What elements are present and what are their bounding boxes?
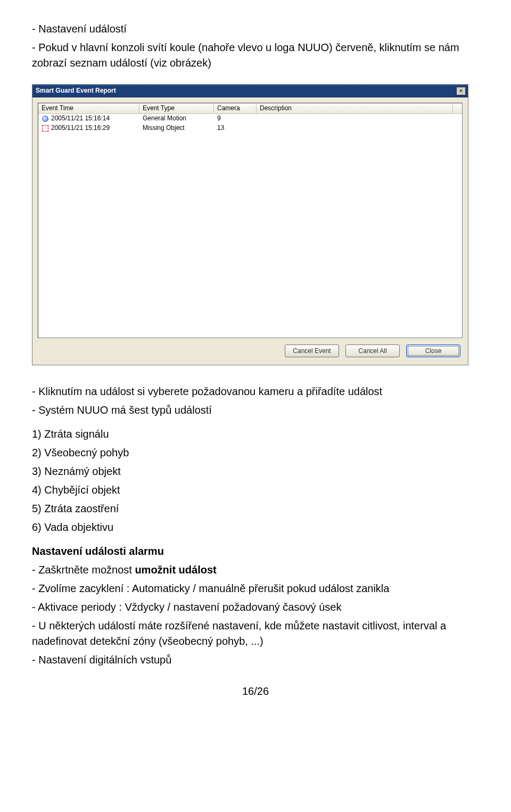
cell-type: General Motion (139, 114, 214, 123)
cancel-all-button[interactable]: Cancel All (345, 345, 400, 357)
cell-camera: 9 (214, 114, 257, 123)
cell-camera: 13 (214, 124, 257, 133)
list-item: 5) Ztráta zaostření (32, 501, 479, 516)
motion-icon (42, 115, 49, 122)
window-body: Event Time Event Type Camera Description… (32, 97, 468, 365)
table-row[interactable]: 2005/11/21 15:16:14 General Motion 9 (38, 114, 462, 124)
intro-line1: - Nastavení událostí (32, 21, 479, 37)
table-row[interactable]: 2005/11/21 15:16:29 Missing Object 13 (38, 124, 462, 133)
list-item: 2) Všeobecný pohyb (32, 445, 479, 461)
bullet-enable-prefix: - Zaškrtněte možnost (32, 564, 135, 576)
list-item: 1) Ztráta signálu (32, 426, 479, 442)
bullet-loop: - Zvolíme zacyklení : Automaticky / manu… (32, 581, 479, 596)
bullet-enable-bold: umožnit událost (135, 564, 216, 576)
col-description[interactable]: Description (257, 103, 452, 113)
window-title: Smart Guard Event Report (36, 86, 116, 95)
event-list: Event Time Event Type Camera Description… (38, 103, 463, 338)
col-spacer (452, 103, 462, 113)
cancel-event-button[interactable]: Cancel Event (285, 345, 339, 357)
col-camera[interactable]: Camera (214, 103, 257, 113)
cell-time: 2005/11/21 15:16:29 (51, 124, 110, 133)
bullet-period: - Aktivace periody : Vždycky / nastavení… (32, 600, 479, 615)
titlebar[interactable]: Smart Guard Event Report × (32, 85, 468, 97)
after-p2: - Systém NUUO má šest typů událostí (32, 403, 479, 418)
col-event-type[interactable]: Event Type (139, 103, 214, 113)
bullet-enable: - Zaškrtněte možnost umožnit událost (32, 562, 479, 578)
intro-line2: - Pokud v hlavní konzoli svítí koule (na… (32, 40, 479, 71)
list-item: 3) Neznámý objekt (32, 464, 479, 479)
close-button[interactable]: Close (406, 345, 460, 357)
event-report-window: Smart Guard Event Report × Event Time Ev… (32, 84, 468, 365)
after-p1: - Kliknutím na událost si vyberete požad… (32, 384, 479, 399)
button-row: Cancel Event Cancel All Close (38, 338, 463, 359)
cell-time: 2005/11/21 15:16:14 (51, 114, 110, 123)
missing-object-icon (42, 125, 49, 132)
bullet-advanced: - U některých událostí máte rozšířené na… (32, 618, 479, 649)
list-item: 6) Vada objektivu (32, 520, 479, 535)
col-event-time[interactable]: Event Time (38, 103, 139, 113)
list-item: 4) Chybějící objekt (32, 482, 479, 498)
bullet-digital: - Nastavení digitálních vstupů (32, 652, 479, 668)
alarm-heading: Nastavení události alarmu (32, 544, 479, 559)
cell-type: Missing Object (139, 124, 214, 133)
list-rows: 2005/11/21 15:16:14 General Motion 9 200… (38, 114, 462, 338)
list-header: Event Time Event Type Camera Description (38, 103, 462, 114)
close-icon[interactable]: × (456, 87, 466, 95)
page-number: 16/26 (32, 684, 479, 699)
